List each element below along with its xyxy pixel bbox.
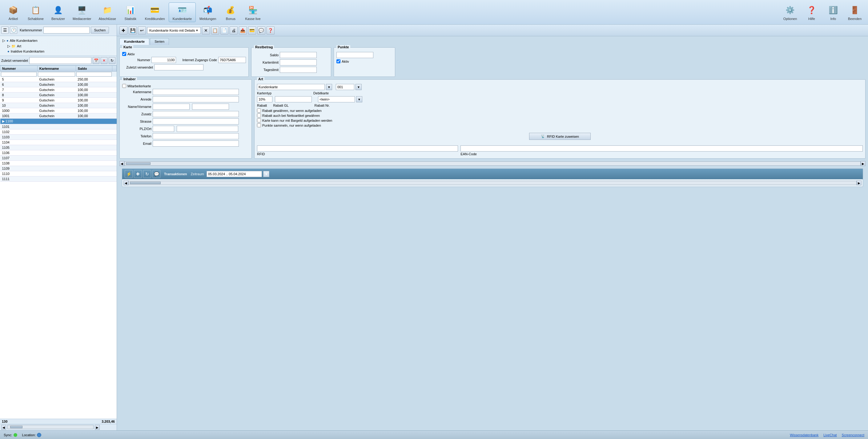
nummer-input[interactable] (151, 57, 176, 63)
toolbar2-btn-export[interactable]: 📤 (239, 27, 247, 34)
email-input[interactable] (153, 140, 239, 147)
internet-code-input[interactable] (218, 57, 246, 63)
punkte-input[interactable] (336, 52, 373, 58)
cb2-label[interactable]: Rabatt auch bei Nettoartikel gewähren (262, 114, 320, 117)
tab-serien[interactable]: Serien (150, 38, 169, 45)
toolbar-bonus[interactable]: 💰 Bonus (220, 3, 241, 22)
ort-input[interactable] (177, 126, 238, 132)
cb1-checkbox[interactable] (257, 108, 261, 112)
anrede-input[interactable] (153, 96, 239, 102)
scroll-h-left[interactable]: ◀ (119, 161, 124, 166)
screenconnect-link[interactable]: Screenconnect (842, 433, 864, 437)
save-button[interactable]: 💾 (129, 27, 137, 34)
list-view-button[interactable]: ☰ (1, 27, 9, 34)
karte-aktiv-label[interactable]: Aktiv (127, 52, 135, 56)
zeitraum-input[interactable] (207, 171, 262, 177)
table-row[interactable]: 7Gutschein100,00 (0, 87, 117, 93)
karte-aktiv-checkbox[interactable] (122, 52, 126, 56)
toolbar2-btn-card[interactable]: 💳 (248, 27, 256, 34)
table-row[interactable]: 1101 (0, 124, 117, 129)
saldo-input[interactable] (280, 52, 317, 58)
data-table-container[interactable]: Nummer Kartenname Saldo 5Gutschein250,00… (0, 66, 117, 419)
tree-art[interactable]: ▷ 📁 Art (2, 43, 114, 49)
toolbar-statistik[interactable]: 📊 Statistik (120, 3, 141, 22)
trans-add-button[interactable]: ✚ (134, 170, 142, 178)
trans-bubble-button[interactable]: 💬 (152, 170, 160, 178)
toolbar-beenden[interactable]: 🚪 Beenden (844, 3, 866, 22)
table-row[interactable]: 1000Gutschein100,00 (0, 108, 117, 113)
table-row[interactable]: 6Gutschein100,00 (0, 82, 117, 87)
table-row[interactable]: 1109 (0, 166, 117, 171)
toolbar-schablone[interactable]: 📋 Schablone (24, 3, 48, 22)
cb4-checkbox[interactable] (257, 123, 261, 127)
trans-scroll-left[interactable]: ◀ (123, 180, 128, 185)
table-row[interactable]: 8Gutschein100,00 (0, 93, 117, 98)
table-row[interactable]: 1104 (0, 140, 117, 145)
tree-all-kundenkarten[interactable]: ▷ ● Alle Kundenkarten (2, 38, 114, 43)
zusatz-input[interactable] (153, 111, 239, 117)
kartentyp-percent-input[interactable] (257, 96, 272, 102)
punkte-aktiv-checkbox[interactable] (336, 59, 340, 63)
vorname-input[interactable] (192, 104, 229, 110)
table-row[interactable]: 9Gutschein100,00 (0, 98, 117, 103)
trans-filter-button[interactable]: ⚡ (125, 170, 133, 178)
strasse-input[interactable] (153, 119, 239, 125)
toolbar-optionen[interactable]: ⚙️ Optionen (779, 3, 801, 22)
filter-kartenname-input[interactable] (38, 72, 75, 76)
col-saldo[interactable]: Saldo (76, 66, 112, 72)
filter-nummer-input[interactable] (1, 72, 37, 76)
cb1-label[interactable]: Rabatt gewähren, nur wenn aufgeladen (262, 109, 322, 112)
table-row[interactable]: 1108 (0, 161, 117, 166)
scroll-right-button[interactable]: ▶ (95, 425, 100, 430)
search-button[interactable]: Suchen (91, 27, 109, 34)
table-row[interactable]: 1103 (0, 135, 117, 140)
debitkarte-dropdown[interactable]: ▼ (356, 96, 362, 102)
toolbar-artikel[interactable]: 📦 Artikel (2, 3, 24, 22)
telefon-input[interactable] (153, 133, 239, 139)
table-row[interactable]: 10Gutschein100,00 (0, 103, 117, 108)
scroll-h-right[interactable]: ▶ (861, 161, 866, 166)
zuletzt-input[interactable] (154, 64, 204, 70)
undo-button[interactable]: ↩ (138, 27, 146, 34)
plz-input[interactable] (153, 126, 174, 132)
search-input[interactable] (43, 27, 90, 34)
ean-input[interactable] (461, 145, 863, 151)
toolbar-benutzer[interactable]: 👤 Benutzer (48, 3, 69, 22)
livechat-link[interactable]: LiveChat (824, 433, 837, 437)
tageslimit-input[interactable] (280, 67, 317, 73)
toolbar2-btn-print[interactable]: 🖨 (229, 27, 238, 34)
filter-input[interactable] (29, 57, 91, 64)
wissensdatenbank-link[interactable]: Wissensdatenbank (790, 433, 818, 437)
zeitraum-dropdown[interactable]: ▼ (263, 171, 269, 177)
tree-inaktive[interactable]: ● Inaktive Kundenkarten (2, 49, 114, 54)
add-button[interactable]: ✚ (119, 27, 127, 34)
cb3-checkbox[interactable] (257, 119, 261, 122)
filter-saldo-input[interactable] (76, 72, 112, 76)
toolbar-kreditkunden[interactable]: 💳 Kreditkunden (141, 3, 169, 22)
toolbar-meldungen[interactable]: 📬 Meldungen (196, 3, 220, 22)
toolbar2-btn-copy[interactable]: 📋 (211, 27, 219, 34)
toolbar-abschlusse[interactable]: 📁 Abschlüsse (95, 3, 120, 22)
table-row[interactable]: 1110 (0, 171, 117, 176)
toolbar-hilfe[interactable]: ❓ Hilfe (801, 3, 823, 22)
cb4-label[interactable]: Punkte sammeln, nur wenn aufgeladen (262, 124, 321, 127)
toolbar-mediacenter[interactable]: 🖥️ Mediacenter (69, 3, 95, 22)
scroll-left-button[interactable]: ◀ (1, 425, 6, 430)
toolbar-kasse-live[interactable]: 🏪 Kasse live (241, 3, 264, 22)
kundenkarte-code-dropdown[interactable]: ▼ (355, 84, 362, 90)
col-kartenname[interactable]: Kartenname (37, 66, 76, 72)
table-row[interactable]: 1106 (0, 150, 117, 156)
table-row[interactable]: 5Gutschein250,00 (0, 77, 117, 82)
kundenkarte-dropdown[interactable]: ▼ (326, 84, 332, 90)
table-row[interactable]: 1105 (0, 145, 117, 150)
trans-refresh-button[interactable]: ↻ (143, 170, 151, 178)
filter-refresh-button[interactable]: ↻ (108, 57, 116, 64)
rfid-input[interactable] (257, 145, 458, 151)
kartenname-input[interactable] (153, 89, 239, 95)
rfid-button[interactable]: 📡 RFID Karte zuweisen (529, 133, 591, 140)
mitarbeiterkarte-label[interactable]: Mitarbeiterkarte (127, 84, 151, 88)
toolbar-info[interactable]: ℹ️ Info (823, 3, 844, 22)
cb3-label[interactable]: Karte kann nur mit Bargeld aufgeladen we… (262, 119, 332, 122)
kundenkarte-input[interactable] (257, 84, 325, 90)
table-row[interactable]: 1111 (0, 176, 117, 182)
